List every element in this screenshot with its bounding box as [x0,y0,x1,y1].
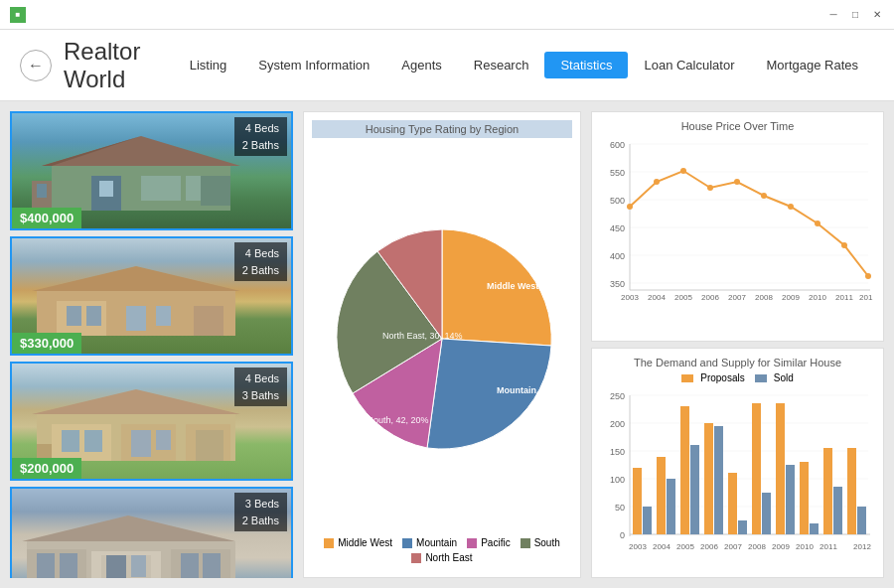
legend-south: South [521,537,560,548]
pie-legend: Middle West Mountain Pacific South North… [312,531,572,569]
svg-rect-107 [752,403,761,534]
svg-rect-114 [833,487,842,534]
svg-text:100: 100 [610,475,625,485]
svg-rect-97 [633,468,642,534]
legend-dot-pacific [467,538,477,548]
svg-rect-17 [86,306,101,326]
svg-rect-5 [99,181,113,197]
svg-point-69 [788,204,794,210]
svg-text:2012: 2012 [853,542,871,551]
svg-rect-9 [37,184,47,198]
nav-statistics[interactable]: Statistics [544,52,628,78]
bed-bath-4: 3 Beds 2 Baths [234,493,287,531]
window-icon: ■ [10,7,26,23]
svg-marker-22 [32,389,240,414]
svg-rect-108 [762,493,771,534]
bar-chart-legend: Proposals Sold [600,372,875,383]
svg-rect-27 [84,430,102,452]
svg-rect-40 [106,555,126,578]
legend-middle-west: Middle West [324,537,392,548]
svg-text:Middle West, 55, 26%: Middle West, 55, 26% [487,281,571,291]
legend-north-east: North East [411,552,472,563]
svg-text:450: 450 [610,223,625,233]
svg-rect-26 [62,430,79,452]
listing-card-4[interactable]: 3 Beds 2 Baths $590,000 [10,487,293,578]
svg-rect-100 [667,479,675,534]
svg-rect-3 [141,176,181,201]
legend-dot-middle-west [324,538,334,548]
svg-rect-36 [171,549,230,578]
svg-rect-102 [690,445,699,534]
nav-research[interactable]: Research [458,52,545,78]
svg-text:550: 550 [610,168,625,178]
listings-panel: 4 Beds 2 Baths $400,000 [10,111,293,578]
header: ← Realtor World Listing System Informati… [0,30,894,101]
svg-text:350: 350 [610,279,625,289]
svg-text:2005: 2005 [676,542,694,551]
listing-card-2[interactable]: 4 Beds 2 Baths $330,000 [10,236,293,356]
right-panel: House Price Over Time 600 550 500 450 40… [591,111,884,578]
legend-proposals: Proposals [681,372,744,383]
svg-rect-6 [116,181,119,197]
svg-text:South, 42, 20%: South, 42, 20% [368,415,429,425]
svg-rect-109 [776,403,785,534]
svg-point-65 [680,168,686,174]
svg-rect-103 [704,423,713,534]
svg-point-67 [734,179,740,185]
svg-text:2003: 2003 [629,542,647,551]
svg-text:2009: 2009 [782,293,800,302]
svg-text:50: 50 [615,503,625,513]
svg-rect-111 [800,462,809,534]
svg-rect-43 [203,553,221,578]
svg-text:2006: 2006 [700,542,718,551]
svg-text:Mountain, 56, 27%: Mountain, 56, 27% [497,385,571,395]
bed-bath-1: 4 Beds 2 Baths [234,117,287,156]
svg-text:150: 150 [610,447,625,457]
legend-dot-mountain [402,538,412,548]
svg-rect-115 [847,448,856,534]
svg-rect-106 [738,520,747,534]
legend-pacific: Pacific [467,537,510,548]
svg-text:200: 200 [610,419,625,429]
minimize-button[interactable]: ─ [826,8,840,22]
svg-point-70 [815,220,820,226]
svg-rect-98 [643,507,652,534]
bed-bath-3: 4 Beds 3 Baths [234,368,287,406]
svg-point-64 [654,179,660,185]
svg-text:Pacific, 26, 12%: Pacific, 26, 12% [358,445,424,455]
bar-chart-card: The Demand and Supply for Similar House … [591,348,884,578]
svg-point-66 [707,185,713,191]
nav-agents[interactable]: Agents [385,52,457,78]
legend-dot-south [521,538,530,548]
listing-card-3[interactable]: 4 Beds 3 Baths $200,000 [10,362,293,481]
svg-rect-42 [181,553,199,578]
back-button[interactable]: ← [20,50,52,81]
legend-color-proposals [681,374,693,382]
nav-mortgage-rates[interactable]: Mortgage Rates [751,52,875,78]
svg-text:2003: 2003 [621,293,639,302]
svg-rect-112 [810,523,819,534]
nav-system-information[interactable]: System Information [242,52,385,78]
pie-chart-card: Housing Type Rating by Region [303,111,581,578]
legend-color-sold [755,374,767,382]
svg-text:2007: 2007 [728,293,746,302]
svg-rect-37 [37,553,55,578]
svg-text:500: 500 [610,196,625,206]
svg-rect-101 [680,406,689,534]
svg-rect-110 [786,465,795,534]
listing-card-1[interactable]: 4 Beds 2 Baths $400,000 [10,111,293,230]
legend-sold: Sold [755,372,794,383]
title-bar: ■ ─ □ ✕ [0,0,894,30]
svg-text:2011: 2011 [835,293,853,302]
svg-rect-105 [728,473,737,534]
svg-point-71 [841,242,847,248]
middle-panel: Housing Type Rating by Region [303,111,581,578]
close-button[interactable]: ✕ [870,8,884,22]
svg-text:2008: 2008 [748,542,766,551]
main-content: 4 Beds 2 Baths $400,000 [0,101,894,588]
svg-rect-99 [657,457,666,534]
maximize-button[interactable]: □ [848,8,862,22]
nav-listing[interactable]: Listing [174,52,243,78]
nav-loan-calculator[interactable]: Loan Calculator [628,52,750,78]
svg-text:2006: 2006 [701,293,719,302]
